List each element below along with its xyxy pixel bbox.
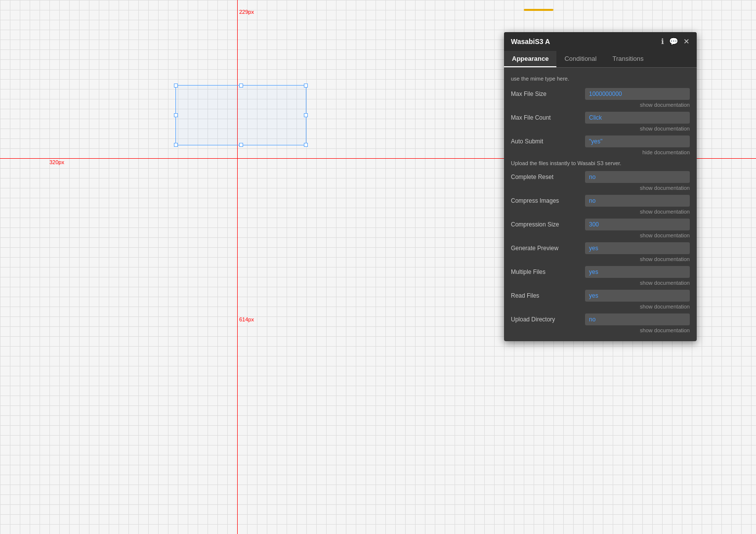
- input-auto-submit[interactable]: [585, 135, 690, 147]
- panel-intro-text: use the mime type here.: [511, 72, 690, 88]
- guide-vertical: [237, 0, 238, 534]
- field-auto-submit: Auto Submit hide documentation Upload th…: [511, 135, 690, 168]
- field-read-files: Read Files show documentation: [511, 290, 690, 310]
- handle-tc[interactable]: [239, 84, 243, 88]
- field-complete-reset: Complete Reset show documentation: [511, 171, 690, 191]
- panel-header-icons: ℹ 💬 ✕: [661, 37, 690, 46]
- label-read-files: Read Files: [511, 292, 585, 299]
- doc-text-auto-submit: Upload the files instantly to Wasabi S3 …: [511, 159, 690, 168]
- handle-bc[interactable]: [239, 143, 243, 147]
- doc-generate-preview[interactable]: show documentation: [640, 256, 690, 262]
- canvas: 229px 614px 320px WasabiS3 A ℹ 💬 ✕ Appea…: [0, 0, 756, 534]
- handle-bl[interactable]: [174, 143, 178, 147]
- tab-appearance[interactable]: Appearance: [504, 51, 556, 67]
- tab-conditional[interactable]: Conditional: [556, 51, 604, 67]
- field-generate-preview: Generate Preview show documentation: [511, 242, 690, 262]
- doc-compression-size[interactable]: show documentation: [640, 232, 690, 238]
- doc-upload-directory[interactable]: show documentation: [640, 327, 690, 333]
- label-generate-preview: Generate Preview: [511, 245, 585, 252]
- handle-tl[interactable]: [174, 84, 178, 88]
- guide-label-614: 614px: [239, 316, 254, 322]
- label-max-file-size: Max File Size: [511, 90, 585, 97]
- field-compress-images: Compress Images show documentation: [511, 195, 690, 215]
- field-multiple-files: Multiple Files show documentation: [511, 266, 690, 286]
- doc-auto-submit[interactable]: hide documentation: [642, 149, 690, 155]
- guide-label-229: 229px: [239, 9, 254, 15]
- input-compress-images[interactable]: [585, 195, 690, 207]
- label-multiple-files: Multiple Files: [511, 268, 585, 275]
- input-upload-directory[interactable]: [585, 313, 690, 325]
- label-compression-size: Compression Size: [511, 221, 585, 228]
- label-auto-submit: Auto Submit: [511, 138, 585, 145]
- input-max-file-size[interactable]: [585, 88, 690, 100]
- doc-read-files[interactable]: show documentation: [640, 304, 690, 310]
- label-complete-reset: Complete Reset: [511, 174, 585, 180]
- input-complete-reset[interactable]: [585, 171, 690, 183]
- tab-transitions[interactable]: Transitions: [604, 51, 651, 67]
- input-max-file-count[interactable]: [585, 112, 690, 124]
- input-generate-preview[interactable]: [585, 242, 690, 254]
- handle-br[interactable]: [304, 143, 308, 147]
- doc-compress-images[interactable]: show documentation: [640, 209, 690, 215]
- selection-box[interactable]: [175, 85, 306, 145]
- doc-multiple-files[interactable]: show documentation: [640, 280, 690, 286]
- label-compress-images: Compress Images: [511, 197, 585, 204]
- field-compression-size: Compression Size show documentation: [511, 219, 690, 238]
- panel-title: WasabiS3 A: [511, 38, 550, 45]
- input-compression-size[interactable]: [585, 219, 690, 230]
- yellow-accent: [524, 9, 553, 11]
- doc-max-file-count[interactable]: show documentation: [640, 126, 690, 132]
- doc-complete-reset[interactable]: show documentation: [640, 185, 690, 191]
- guide-label-320: 320px: [49, 159, 64, 165]
- panel-header: WasabiS3 A ℹ 💬 ✕: [504, 32, 697, 51]
- comment-icon[interactable]: 💬: [669, 37, 678, 46]
- close-icon[interactable]: ✕: [683, 37, 690, 46]
- label-upload-directory: Upload Directory: [511, 316, 585, 323]
- doc-max-file-size[interactable]: show documentation: [640, 102, 690, 108]
- panel-body: use the mime type here. Max File Size sh…: [504, 68, 697, 341]
- handle-tr[interactable]: [304, 84, 308, 88]
- input-multiple-files[interactable]: [585, 266, 690, 278]
- panel: WasabiS3 A ℹ 💬 ✕ Appearance Conditional …: [504, 32, 697, 341]
- handle-mr[interactable]: [304, 113, 308, 117]
- field-upload-directory: Upload Directory show documentation: [511, 313, 690, 333]
- field-max-file-size: Max File Size show documentation: [511, 88, 690, 108]
- input-read-files[interactable]: [585, 290, 690, 302]
- info-icon[interactable]: ℹ: [661, 37, 664, 46]
- field-max-file-count: Max File Count show documentation: [511, 112, 690, 132]
- panel-tabs: Appearance Conditional Transitions: [504, 51, 697, 68]
- label-max-file-count: Max File Count: [511, 114, 585, 121]
- handle-ml[interactable]: [174, 113, 178, 117]
